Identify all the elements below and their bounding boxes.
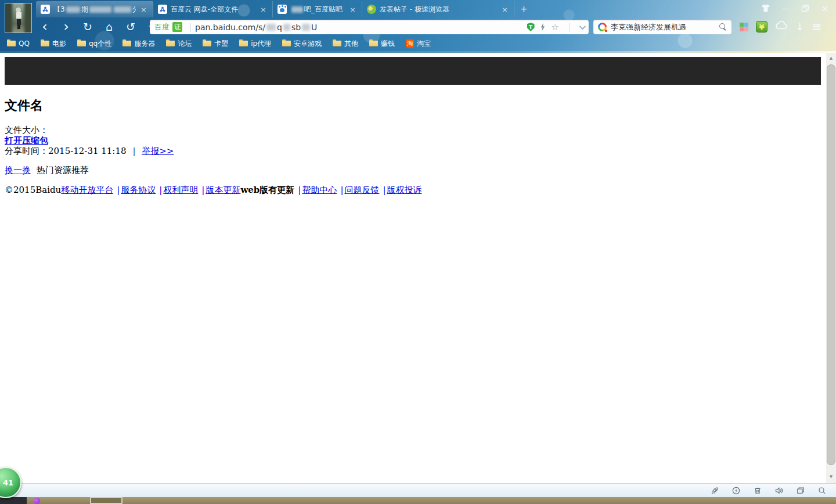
browser-chrome: 【3期分 × 百度云 网盘-全部文件 × 吧_百度贴吧 (0, 0, 836, 51)
folder-icon (203, 41, 211, 46)
footer-link-rights-statement[interactable]: 权利声明 (163, 185, 198, 195)
scrollbar[interactable]: ▲ ▼ (826, 53, 836, 483)
tab-title: 发表帖子 - 极速浏览器 (380, 5, 497, 15)
bookmark-folder-ip-proxy[interactable]: ip代理 (239, 39, 271, 49)
site-verify-label: 百度 (154, 22, 170, 33)
lightning-icon[interactable] (540, 23, 546, 31)
tab-title: 【3期分 (53, 5, 136, 15)
search-icon[interactable] (719, 23, 727, 31)
new-tab-button[interactable]: + (514, 1, 534, 17)
trash-icon[interactable] (753, 486, 762, 495)
bookmarks-bar: QQ 电影 qq个性 服务器 论坛 卡盟 ip代理 安卓游戏 其他 赚钱 淘淘宝 (0, 36, 836, 51)
taskbar-window-thumbnail (90, 497, 122, 504)
close-icon[interactable]: × (500, 5, 509, 15)
folder-icon (239, 41, 248, 46)
folder-icon (166, 41, 175, 46)
safety-shield-icon[interactable]: T (527, 23, 535, 31)
cloud-sync-icon[interactable] (775, 21, 788, 33)
close-icon[interactable]: × (348, 5, 357, 15)
taskbar-app-icon (34, 498, 40, 504)
verify-badge: 证 (172, 22, 182, 32)
undo-icon[interactable]: ↺ (124, 21, 137, 33)
zoom-icon[interactable] (817, 486, 827, 495)
file-size-line: 文件大小： (5, 125, 48, 135)
bookmark-folder-qq-style[interactable]: qq个性 (77, 39, 111, 49)
bookmark-folder-android-games[interactable]: 安卓游戏 (282, 39, 322, 49)
share-time-label: 分享时间： (5, 146, 48, 156)
forward-icon[interactable]: › (60, 20, 73, 34)
footer-link-copyright-complaint[interactable]: 版权投诉 (387, 185, 422, 195)
rebate-money-icon[interactable]: ¥ (756, 21, 767, 33)
footer: ©2015Baidu移动开放平台|服务协议|权利声明|版本更新web版有更新|帮… (5, 185, 422, 195)
desktop-taskbar-sliver (0, 497, 836, 504)
restore-button[interactable] (800, 3, 810, 13)
boss-key-window-icon[interactable] (796, 486, 805, 495)
folder-icon (122, 41, 131, 46)
hot-resources-title: 热门资源推荐 (37, 165, 89, 175)
recommend-line: 换一换热门资源推荐 (5, 165, 89, 175)
scrollbar-thumb[interactable] (827, 64, 835, 465)
bookmark-star-icon[interactable]: ☆ (552, 22, 559, 33)
change-batch-link[interactable]: 换一换 (5, 165, 31, 175)
volume-icon[interactable] (774, 486, 784, 495)
tab-shared-file[interactable]: 【3期分 × (36, 1, 153, 17)
divider (569, 23, 570, 32)
tab-post[interactable]: 发表帖子 - 极速浏览器 × (362, 1, 514, 17)
bookmark-folder-movies[interactable]: 电影 (41, 39, 66, 49)
baidu-pan-icon (41, 5, 50, 14)
tieba-paw-icon (278, 5, 287, 14)
footer-link-help-center[interactable]: 帮助中心 (302, 185, 337, 195)
boost-rocket-icon[interactable] (710, 486, 719, 495)
footer-link-feedback[interactable]: 问题反馈 (344, 185, 379, 195)
divider (190, 23, 191, 32)
address-bar[interactable]: 百度 证 pan.baidu.com/s/qsbU T ☆ (150, 20, 589, 34)
tab-title: 百度云 网盘-全部文件 (171, 5, 255, 15)
refresh-icon[interactable]: ↻ (81, 21, 94, 33)
url-text[interactable]: pan.baidu.com/s/qsbU (195, 23, 317, 32)
home-icon[interactable]: ⌂ (103, 21, 116, 33)
bookmark-folder-kameng[interactable]: 卡盟 (203, 39, 228, 49)
bookmark-folder-forums[interactable]: 论坛 (166, 39, 192, 49)
download-icon[interactable]: ↓ (795, 21, 804, 32)
footer-link-service-agreement[interactable]: 服务协议 (121, 185, 156, 195)
copyright: ©2015Baidu (5, 185, 61, 195)
tab-baidu-pan-files[interactable]: 百度云 网盘-全部文件 × (153, 1, 273, 17)
chevron-down-icon[interactable] (579, 23, 586, 29)
browser-window: 【3期分 × 百度云 网盘-全部文件 × 吧_百度贴吧 (0, 0, 836, 504)
footer-link-version-update[interactable]: 版本更新 (206, 185, 240, 195)
folder-icon (369, 41, 378, 46)
search-engine-icon[interactable] (598, 23, 607, 31)
report-link[interactable]: 举报>> (142, 146, 174, 156)
open-archive-link[interactable]: 打开压缩包 (5, 135, 48, 146)
back-icon[interactable]: ‹ (38, 20, 51, 34)
bookmark-taobao[interactable]: 淘淘宝 (406, 39, 431, 49)
close-icon[interactable]: × (259, 5, 268, 15)
folder-icon (77, 41, 86, 46)
top-banner (5, 57, 821, 85)
search-input[interactable]: 李克强新经济发展机遇 (611, 22, 719, 33)
bookmark-folder-qq[interactable]: QQ (7, 39, 30, 48)
skin-icon[interactable] (761, 3, 771, 13)
bookmark-folder-servers[interactable]: 服务器 (122, 39, 155, 49)
web-update-notice: web版有更新 (240, 185, 294, 195)
folder-icon (282, 41, 291, 46)
scroll-up-icon[interactable]: ▲ (826, 54, 836, 62)
speed-browser-icon (367, 5, 376, 14)
tab-tieba[interactable]: 吧_百度贴吧 × (273, 1, 362, 17)
search-box[interactable]: 李克强新经济发展机遇 (593, 20, 732, 34)
footer-link-open-platform[interactable]: 移动开放平台 (61, 185, 113, 195)
bookmark-folder-other[interactable]: 其他 (333, 39, 358, 49)
share-time-value: 2015-12-31 11:18 (48, 146, 126, 156)
scroll-down-icon[interactable]: ▼ (826, 473, 836, 481)
menu-icon[interactable]: ≡ (812, 21, 822, 33)
user-avatar[interactable] (5, 3, 32, 33)
folder-icon (333, 41, 341, 46)
ad-filter-icon[interactable] (732, 486, 741, 495)
close-icon[interactable]: × (139, 5, 148, 15)
close-window-button[interactable]: × (820, 3, 830, 13)
minimize-button[interactable]: — (780, 3, 791, 13)
apps-grid-icon[interactable] (740, 23, 748, 31)
bookmark-folder-money[interactable]: 赚钱 (369, 39, 395, 49)
status-bar (0, 483, 836, 497)
tab-title: 吧_百度贴吧 (290, 5, 345, 15)
